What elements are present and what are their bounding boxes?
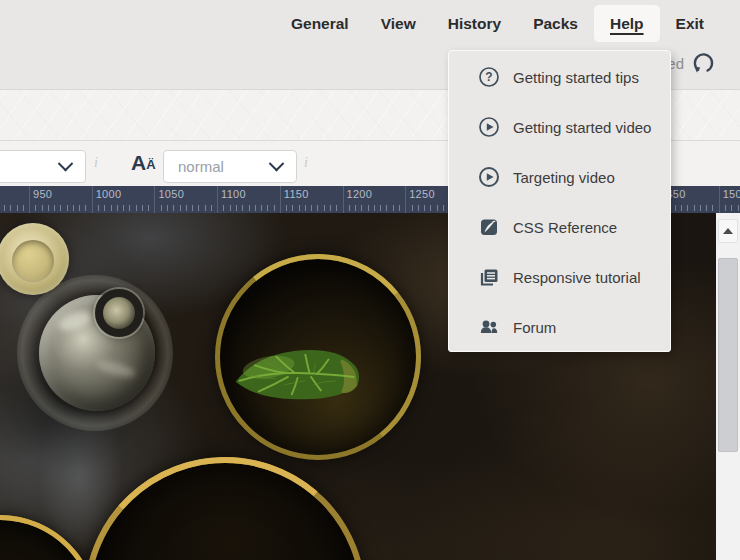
menu-item-label: General (291, 15, 349, 32)
ruler-tick (355, 205, 356, 211)
scroll-up-button[interactable] (718, 219, 738, 243)
ruler-tick (675, 205, 676, 211)
ruler-tick (267, 205, 268, 211)
menu-item-general[interactable]: General (275, 5, 365, 42)
ruler-tick (330, 205, 331, 211)
vertical-scrollbar[interactable] (716, 213, 740, 560)
bowl-with-leaf (215, 254, 421, 460)
ruler-tick (700, 205, 701, 211)
ruler-major-line (405, 186, 406, 213)
help-menu-item-css-reference[interactable]: CSS Reference (449, 202, 670, 252)
ruler-tick (255, 205, 256, 211)
ruler-tick (79, 205, 80, 211)
font-weight-select[interactable]: normal (163, 150, 297, 183)
ruler-tick (374, 205, 375, 211)
ruler-tick (180, 205, 181, 211)
ruler-major-line (343, 186, 344, 213)
ruler-tick (681, 205, 682, 211)
ruler-label: 1500 (723, 188, 740, 200)
help-menu-item-getting-started-video[interactable]: Getting started video (449, 102, 670, 152)
glass-carafe-neck (95, 289, 143, 337)
ruler-tick (205, 205, 206, 211)
menu-item-history[interactable]: History (432, 5, 517, 42)
ruler-tick (186, 205, 187, 211)
scrollbar-thumb[interactable] (718, 258, 738, 452)
ruler-tick (399, 205, 400, 211)
ruler-tick (123, 205, 124, 211)
help-menu-item-label: Getting started tips (513, 69, 639, 86)
ruler-tick (249, 205, 250, 211)
ruler-tick (148, 205, 149, 211)
help-menu-item-label: Targeting video (513, 169, 615, 186)
ruler-tick (161, 205, 162, 211)
play-circle-icon (478, 116, 500, 138)
ruler-tick (386, 205, 387, 211)
menu-item-exit[interactable]: Exit (660, 5, 720, 42)
ruler-label: 1000 (96, 188, 122, 200)
ruler-tick (136, 205, 137, 211)
ruler-tick (167, 205, 168, 211)
ruler-tick (35, 205, 36, 211)
menu-item-label: Packs (533, 15, 578, 32)
help-menu-item-forum[interactable]: Forum (449, 302, 670, 352)
ruler-tick (443, 205, 444, 211)
document-icon (478, 266, 500, 288)
ruler-tick (117, 205, 118, 211)
ruler-tick (48, 205, 49, 211)
help-dropdown-menu: ? Getting started tips Getting started v… (448, 50, 671, 352)
ruler-tick (98, 205, 99, 211)
ruler-label: 1050 (158, 188, 184, 200)
ruler-label: 1200 (347, 188, 373, 200)
ruler-tick (731, 205, 732, 211)
drinking-glass (0, 223, 69, 295)
menu-item-label: Exit (676, 15, 704, 32)
ruler-tick (424, 205, 425, 211)
ruler-tick (274, 205, 275, 211)
info-icon: i (94, 155, 98, 171)
ruler-tick (211, 205, 212, 211)
font-weight-select-value: normal (164, 158, 271, 175)
ruler-tick (10, 205, 11, 211)
help-menu-item-targeting-video[interactable]: Targeting video (449, 152, 670, 202)
ruler-tick (142, 205, 143, 211)
font-family-select[interactable] (0, 150, 86, 183)
ruler-tick (261, 205, 262, 211)
ruler-tick (368, 205, 369, 211)
ruler-tick (198, 205, 199, 211)
ruler-tick (292, 205, 293, 211)
menu-item-help[interactable]: Help (594, 5, 660, 42)
menu-item-view[interactable]: View (365, 5, 432, 42)
ruler-tick (85, 205, 86, 211)
ruler-tick (412, 205, 413, 211)
ruler-tick (349, 205, 350, 211)
ruler-tick (299, 205, 300, 211)
ruler-label: 950 (33, 188, 52, 200)
ruler-major-line (280, 186, 281, 213)
ruler-tick (129, 205, 130, 211)
pen-icon (478, 216, 500, 238)
ruler-tick (111, 205, 112, 211)
help-menu-item-label: CSS Reference (513, 219, 617, 236)
ruler-tick (687, 205, 688, 211)
ruler-tick (311, 205, 312, 211)
ruler-tick (336, 205, 337, 211)
ruler-tick (173, 205, 174, 211)
menu-item-packs[interactable]: Packs (517, 5, 594, 42)
ruler-tick (305, 205, 306, 211)
ruler-tick (230, 205, 231, 211)
ruler-tick (393, 205, 394, 211)
ruler-tick (706, 205, 707, 211)
ruler-major-line (29, 186, 30, 213)
ruler-label: 1250 (409, 188, 435, 200)
svg-text:?: ? (485, 70, 492, 84)
ruler-tick (361, 205, 362, 211)
ruler-label: 1150 (284, 188, 309, 200)
ruler-tick (317, 205, 318, 211)
help-menu-item-getting-started-tips[interactable]: ? Getting started tips (449, 52, 670, 102)
cabbage-leaf (228, 337, 373, 412)
help-menu-item-responsive-tutorial[interactable]: Responsive tutorial (449, 252, 670, 302)
help-menu-item-label: Getting started video (513, 119, 651, 136)
ruler-tick (104, 205, 105, 211)
ruler-tick (242, 205, 243, 211)
refresh-icon[interactable] (690, 50, 717, 77)
